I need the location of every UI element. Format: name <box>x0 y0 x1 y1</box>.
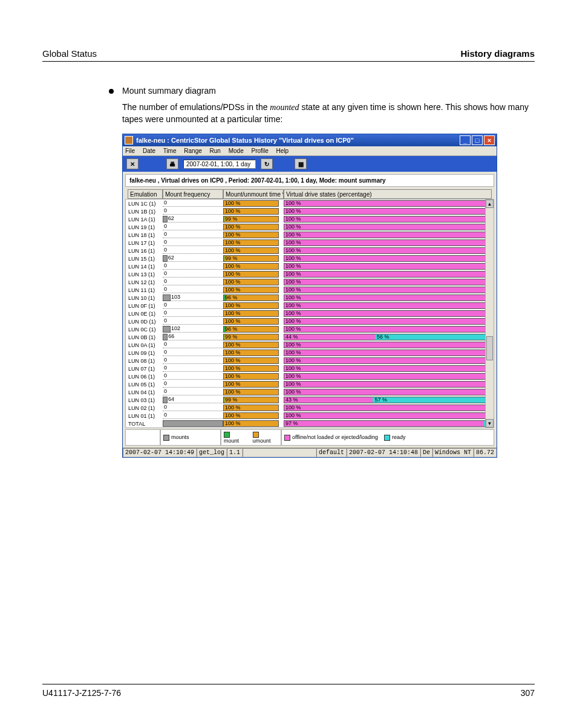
table-row: LUN 0E (1)0100 %100 % <box>128 310 492 317</box>
scroll-down-icon[interactable]: ▼ <box>486 419 494 427</box>
toolbar-print-icon[interactable]: 🖶 <box>166 158 178 169</box>
emulation-label: LUN 07 (1) <box>128 366 163 372</box>
mount-frequency-cell: 62 <box>163 216 223 223</box>
mount-time-cell: 100 % <box>223 412 284 419</box>
menu-help[interactable]: Help <box>276 148 289 154</box>
emulation-label: LUN 14 (1) <box>128 264 163 270</box>
menu-date[interactable]: Date <box>143 148 155 154</box>
mount-time-cell: 100 % <box>223 373 284 380</box>
emulation-label: LUN 04 (1) <box>128 389 163 395</box>
grid-body: LUN 1C (1)0100 %100 %LUN 1B (1)0100 %100… <box>125 199 494 428</box>
mount-frequency-cell: 0 <box>163 247 223 254</box>
emulation-label: LUN 1B (1) <box>128 209 163 215</box>
grid-header: Emulation Mount frequency Mount/unmount … <box>125 189 494 199</box>
mount-frequency-cell: 0 <box>163 342 223 348</box>
legend-umount-label: umount <box>253 438 271 444</box>
scroll-thumb[interactable] <box>486 336 493 360</box>
legend-mount-swatch <box>224 432 230 438</box>
mount-frequency-cell: 102 <box>163 326 223 333</box>
drive-state-cell: 100 % <box>284 405 492 411</box>
mount-frequency-cell: 0 <box>163 412 223 419</box>
drive-state-cell: 100 % <box>284 200 492 207</box>
table-row: LUN 1B (1)0100 %100 % <box>128 207 492 215</box>
table-row: LUN 16 (1)0100 %100 % <box>128 247 492 255</box>
drive-state-cell: 100 % <box>284 381 492 388</box>
table-row: LUN 13 (1)0100 %100 % <box>128 270 492 278</box>
status-lang: De <box>420 448 432 457</box>
drive-state-cell: 100 % <box>284 310 492 317</box>
table-row: LUN 0C (1)10296 %100 % <box>128 325 492 333</box>
mount-frequency-cell: 64 <box>163 397 223 403</box>
emulation-label: LUN 01 (1) <box>128 413 163 419</box>
toolbar-refresh-icon[interactable]: ↻ <box>261 158 273 169</box>
status-timestamp-right: 2007-02-07 14:10:48 <box>347 448 420 457</box>
legend-mount-label: mount <box>224 438 239 444</box>
table-row: LUN 0F (1)0100 %100 % <box>128 302 492 310</box>
table-row: LUN 17 (1)0100 %100 % <box>128 239 492 247</box>
mount-frequency-cell: 0 <box>163 405 223 411</box>
legend-mounts-label: mounts <box>171 434 189 440</box>
toolbar-date-field[interactable]: 2007-02-01, 1:00, 1 day <box>183 160 256 169</box>
minimize-button[interactable]: _ <box>460 135 471 145</box>
emulation-label: LUN 1C (1) <box>128 201 163 207</box>
table-row: LUN 0B (1)6699 %44 %56 % <box>128 333 492 341</box>
header-left: Global Status <box>42 48 97 59</box>
drive-state-cell: 100 % <box>284 263 492 270</box>
col-mount-frequency[interactable]: Mount frequency <box>163 189 223 199</box>
emulation-label: LUN 0B (1) <box>128 334 163 340</box>
scrollbar-vertical[interactable]: ▲ ▼ <box>485 200 494 427</box>
close-button[interactable]: × <box>484 135 495 145</box>
mount-frequency-cell: 0 <box>163 239 223 246</box>
status-timestamp-left: 2007-02-07 14:10:49 <box>123 448 197 457</box>
mount-frequency-cell: 0 <box>163 381 223 388</box>
drive-state-cell: 100 % <box>284 247 492 254</box>
mount-time-cell: 100 % <box>223 357 284 364</box>
col-mount-unmount-time[interactable]: Mount/unmount time % <box>223 189 284 199</box>
status-os: Windows NT <box>432 448 474 457</box>
menu-file[interactable]: File <box>125 148 135 154</box>
drive-state-cell: 43 %57 % <box>284 397 492 403</box>
emulation-label: LUN 05 (1) <box>128 382 163 388</box>
maximize-button[interactable]: □ <box>472 135 483 145</box>
emulation-label: LUN 1A (1) <box>128 216 163 223</box>
emulation-label: LUN 11 (1) <box>128 287 163 293</box>
table-row: LUN 0D (1)0100 %100 % <box>128 317 492 325</box>
menu-profile[interactable]: Profile <box>251 148 268 154</box>
scroll-up-icon[interactable]: ▲ <box>486 200 494 208</box>
mount-frequency-cell: 0 <box>163 200 223 207</box>
titlebar[interactable]: falke-neu : CentricStor Global Status Hi… <box>123 134 497 146</box>
drive-state-cell: 100 % <box>284 271 492 278</box>
menu-time[interactable]: Time <box>163 148 177 154</box>
drive-state-cell: 97 %3 % <box>284 420 492 427</box>
table-row: LUN 01 (1)0100 %100 % <box>128 412 492 420</box>
emulation-label: LUN 16 (1) <box>128 248 163 254</box>
menu-range[interactable]: Range <box>184 148 201 154</box>
menu-mode[interactable]: Mode <box>229 148 244 154</box>
toolbar-grid-icon[interactable]: ▦ <box>295 158 307 169</box>
status-getlog: get_log <box>197 448 227 457</box>
mount-frequency-cell: 0 <box>163 389 223 395</box>
emulation-label: LUN 19 (1) <box>128 224 163 230</box>
mount-frequency-cell: 0 <box>163 224 223 230</box>
legend-offline-label: offline/not loaded or ejected/loading <box>292 434 378 440</box>
drive-state-cell: 100 % <box>284 302 492 309</box>
table-row: LUN 02 (1)0100 %100 % <box>128 404 492 412</box>
intro-paragraph: The number of emulations/PDSs in the mou… <box>122 102 535 125</box>
mount-time-cell: 100 % <box>223 389 284 395</box>
header-right: History diagrams <box>460 48 535 59</box>
mount-time-cell: 99 % <box>223 216 284 223</box>
toolbar-close-icon[interactable]: ✕ <box>126 158 139 169</box>
emulation-label: LUN 10 (1) <box>128 295 163 301</box>
emulation-label: LUN 06 (1) <box>128 374 163 380</box>
col-emulation[interactable]: Emulation <box>128 189 163 199</box>
drive-state-cell: 100 % <box>284 389 492 395</box>
emulation-label: LUN 0D (1) <box>128 319 163 325</box>
emulation-label: LUN 03 (1) <box>128 397 163 403</box>
col-virtual-drive-states[interactable]: Virtual drive states (percentage) <box>284 189 492 199</box>
mount-time-cell: 100 % <box>223 232 284 238</box>
emulation-label: LUN 0C (1) <box>128 327 163 333</box>
mount-time-cell: 99 % <box>223 397 284 403</box>
mount-time-cell: 100 % <box>223 302 284 309</box>
menu-run[interactable]: Run <box>210 148 221 154</box>
mount-time-cell: 100 % <box>223 208 284 215</box>
